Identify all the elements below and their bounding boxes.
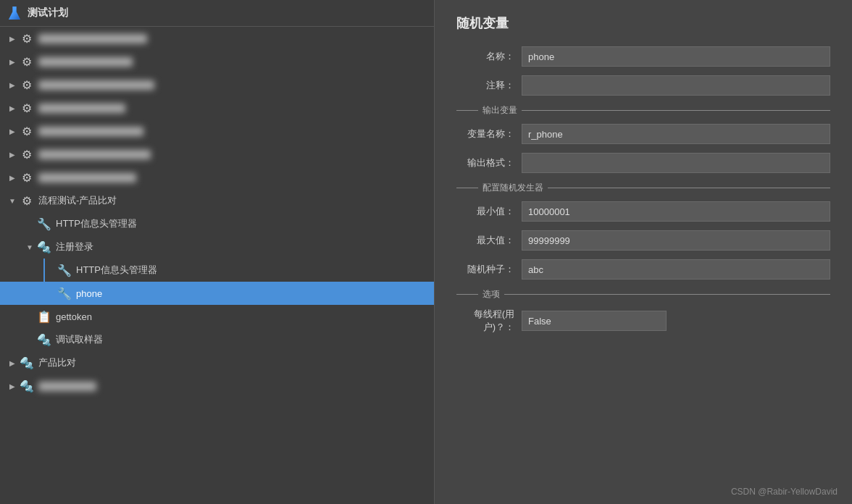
arrow-flow-test bbox=[7, 196, 17, 206]
gear-icon-blur6 bbox=[20, 147, 34, 161]
label-http-mgr1: HTTP信息头管理器 bbox=[56, 217, 137, 230]
panel-title: 测试计划 bbox=[28, 7, 68, 20]
options-section-label: 选项 bbox=[483, 288, 500, 301]
http-mgr-icon1: 🔧 bbox=[37, 217, 51, 231]
min-input[interactable] bbox=[522, 201, 830, 222]
gear-icon-blur1 bbox=[20, 31, 34, 46]
min-label: 最小值： bbox=[456, 205, 522, 218]
tree-container[interactable]: 流程测试-产品比对 🔧 HTTP信息头管理器 🔩 注册登录 🔧 HTTP信息头管… bbox=[0, 27, 434, 504]
tree-item-blur6[interactable] bbox=[0, 143, 434, 166]
seed-row: 随机种子： bbox=[456, 259, 830, 280]
min-row: 最小值： bbox=[456, 201, 830, 222]
tree-item-flow-test[interactable]: 流程测试-产品比对 bbox=[0, 189, 434, 212]
gear-icon-blur4 bbox=[20, 101, 34, 115]
name-row: 名称： bbox=[456, 46, 830, 67]
tree-item-blur7[interactable] bbox=[0, 166, 434, 189]
label-http-mgr2: HTTP信息头管理器 bbox=[76, 264, 157, 277]
watermark: CSDN @Rabir-YellowDavid bbox=[731, 487, 838, 497]
var-name-input[interactable] bbox=[522, 124, 830, 144]
flask-icon bbox=[7, 6, 22, 20]
gear-icon-blur3 bbox=[20, 77, 34, 92]
doc-icon-gettoken: 📋 bbox=[37, 309, 51, 324]
panel-right-title: 随机变量 bbox=[456, 14, 830, 32]
generator-section-label: 配置随机发生器 bbox=[483, 182, 543, 194]
gear-icon-blur5 bbox=[20, 124, 34, 138]
right-panel-wrapper: 随机变量 名称： 注释： 输出变量 变量名称： 输出格式： bbox=[435, 0, 852, 504]
arrow-blur5 bbox=[7, 126, 17, 136]
per-thread-row: 每线程(用户)？： bbox=[456, 308, 830, 334]
max-label: 最大值： bbox=[456, 234, 522, 247]
label-flow-test: 流程测试-产品比对 bbox=[38, 194, 117, 207]
output-format-input[interactable] bbox=[522, 153, 830, 173]
per-thread-input[interactable] bbox=[522, 311, 667, 331]
output-section-label: 输出变量 bbox=[483, 104, 517, 117]
tree-item-blur1[interactable] bbox=[0, 27, 434, 50]
tree-item-reg-login[interactable]: 🔩 注册登录 bbox=[0, 235, 434, 259]
label-product: 产品比对 bbox=[38, 356, 76, 369]
label-reg-login: 注册登录 bbox=[56, 240, 93, 253]
gear-icon-blur2 bbox=[20, 54, 34, 69]
name-input[interactable] bbox=[522, 46, 830, 67]
arrow-partial bbox=[7, 381, 17, 391]
tree-item-debug[interactable]: 🔩 调试取样器 bbox=[0, 328, 434, 351]
gear-icon-blur7 bbox=[20, 170, 34, 185]
label-debug: 调试取样器 bbox=[56, 333, 103, 346]
tree-item-blur2[interactable] bbox=[0, 50, 434, 73]
arrow-blur4 bbox=[7, 103, 17, 113]
thread-icon-product: 🔩 bbox=[20, 356, 34, 370]
tree-item-blur3[interactable] bbox=[0, 73, 434, 96]
arrow-blur2 bbox=[7, 56, 17, 67]
tree-item-product[interactable]: 🔩 产品比对 bbox=[0, 351, 434, 374]
output-format-row: 输出格式： bbox=[456, 153, 830, 173]
comment-label: 注释： bbox=[456, 79, 522, 92]
name-label: 名称： bbox=[456, 50, 522, 63]
output-format-label: 输出格式： bbox=[456, 156, 522, 169]
arrow-blur1 bbox=[7, 33, 17, 43]
left-panel: 测试计划 bbox=[0, 0, 435, 504]
http-mgr-icon2: 🔧 bbox=[57, 263, 72, 277]
thread-icon-partial: 🔩 bbox=[20, 379, 34, 393]
gear-icon-flow bbox=[20, 193, 34, 208]
tree-item-phone[interactable]: 🔧 phone bbox=[0, 282, 434, 305]
random-icon-phone: 🔧 bbox=[57, 286, 72, 301]
var-name-row: 变量名称： bbox=[456, 124, 830, 144]
seed-label: 随机种子： bbox=[456, 263, 522, 276]
tree-item-blur4[interactable] bbox=[0, 96, 434, 119]
max-row: 最大值： bbox=[456, 230, 830, 251]
comment-input[interactable] bbox=[522, 75, 830, 96]
arrow-reg-login bbox=[25, 242, 35, 252]
label-phone: phone bbox=[76, 288, 102, 299]
tree-item-http-mgr1[interactable]: 🔧 HTTP信息头管理器 bbox=[0, 212, 434, 235]
tree-item-gettoken[interactable]: 📋 gettoken bbox=[0, 305, 434, 328]
right-panel: 随机变量 名称： 注释： 输出变量 变量名称： 输出格式： bbox=[435, 0, 852, 504]
per-thread-label: 每线程(用户)？： bbox=[456, 308, 522, 334]
thread-icon-debug: 🔩 bbox=[37, 332, 51, 347]
arrow-blur3 bbox=[7, 80, 17, 90]
var-name-label: 变量名称： bbox=[456, 127, 522, 140]
thread-icon-reg: 🔩 bbox=[37, 240, 51, 254]
arrow-blur6 bbox=[7, 149, 17, 159]
tree-item-partial[interactable]: 🔩 bbox=[0, 374, 434, 398]
tree-item-blur5[interactable] bbox=[0, 119, 434, 143]
comment-row: 注释： bbox=[456, 75, 830, 96]
seed-input[interactable] bbox=[522, 259, 830, 280]
arrow-product bbox=[7, 358, 17, 368]
arrow-blur7 bbox=[7, 172, 17, 182]
tree-item-http-mgr2[interactable]: 🔧 HTTP信息头管理器 bbox=[0, 259, 434, 282]
max-input[interactable] bbox=[522, 230, 830, 251]
label-gettoken: gettoken bbox=[56, 311, 92, 322]
panel-header: 测试计划 bbox=[0, 0, 434, 27]
